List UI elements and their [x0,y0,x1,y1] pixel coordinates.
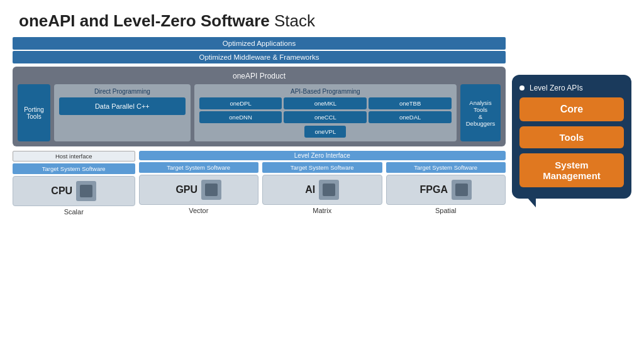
optimized-applications-bar: Optimized Applications [13,37,506,50]
api-chip-onednn: oneDNN [199,111,282,123]
fpga-sublabel: Spatial [386,207,506,214]
gpu-chip-icon [201,180,221,200]
level-zero-bubble: Level Zero APIs Core Tools SystemManagem… [512,75,631,199]
cpu-label: CPU [51,185,72,197]
target-sys-bar-gpu: Target System Software [139,162,259,173]
page-title: oneAPI and Level-Zero Software Stack [0,0,644,37]
right-panel: Level Zero APIs Core Tools SystemManagem… [506,37,631,216]
ai-sublabel: Matrix [262,207,382,214]
lz-units: Level Zero Interface Target System Softw… [139,151,506,216]
cpu-chip-icon [76,181,96,201]
fpga-chip-icon [452,180,472,200]
host-interface-label: Host interface [13,151,135,162]
direct-programming-label: Direct Programming [94,88,150,95]
api-based-label: API-Based Programming [199,88,452,95]
bottom-section: Host interface Target System Software CP… [13,151,506,216]
level-zero-header: Level Zero APIs [519,84,624,92]
cpu-compute-box: CPU [13,176,135,206]
top-bars: Optimized Applications Optimized Middlew… [13,37,506,63]
cpu-sublabel: Scalar [13,208,135,216]
tools-button[interactable]: Tools [519,126,624,148]
bullet-dot [519,85,525,90]
api-based-box: API-Based Programming oneDPL oneMKL oneT… [194,84,457,141]
api-chip-onedpl: oneDPL [199,97,282,109]
gpu-sublabel: Vector [139,207,259,214]
target-sys-bar-ai: Target System Software [262,162,382,173]
core-button[interactable]: Core [519,97,624,121]
fpga-compute-box: FPGA [386,175,506,205]
target-sys-bar-fpga: Target System Software [386,162,506,173]
gpu-label: GPU [175,184,197,195]
api-grid: oneDPL oneMKL oneTBB oneDNN oneCCL oneDA… [199,97,452,123]
diagram-area: Optimized Applications Optimized Middlew… [13,37,506,216]
level-zero-interface-label: Level Zero Interface [139,151,506,160]
ai-compute-box: AI [262,175,382,205]
porting-tools-box: PortingTools [18,84,50,141]
analysis-tools-box: Analysis Tools&Debuggers [460,84,501,141]
oneapi-box: oneAPI Product PortingTools Direct Progr… [13,67,506,146]
fpga-unit: Target System Software FPGA Spatial [386,162,506,214]
onevpl-chip: oneVPL [304,126,346,138]
ai-unit: Target System Software AI Matrix [262,162,382,214]
oneapi-inner: PortingTools Direct Programming Data Par… [18,84,501,141]
system-management-button[interactable]: SystemManagement [519,153,624,187]
direct-programming-box: Direct Programming Data Parallel C++ [54,84,191,141]
optimized-middleware-bar: Optimized Middleware & Frameworks [13,51,506,63]
fpga-label: FPGA [420,184,448,195]
level-zero-apis-label: Level Zero APIs [530,84,583,92]
onevpl-row: oneVPL [199,126,452,138]
oneapi-title: oneAPI Product [18,72,501,80]
gpu-compute-box: GPU [139,175,259,205]
ai-label: AI [305,184,315,195]
target-sys-bar-cpu: Target System Software [13,163,135,174]
api-chip-onemkl: oneMKL [284,97,367,109]
api-chip-onetbb: oneTBB [369,97,452,109]
lz-units-row: Target System Software GPU Vector Target… [139,162,506,214]
data-parallel-box: Data Parallel C++ [59,97,186,115]
host-unit: Host interface Target System Software CP… [13,151,135,216]
api-chip-oneccl: oneCCL [284,111,367,123]
gpu-unit: Target System Software GPU Vector [139,162,259,214]
api-chip-onedal: oneDAL [369,111,452,123]
ai-chip-icon [319,180,339,200]
